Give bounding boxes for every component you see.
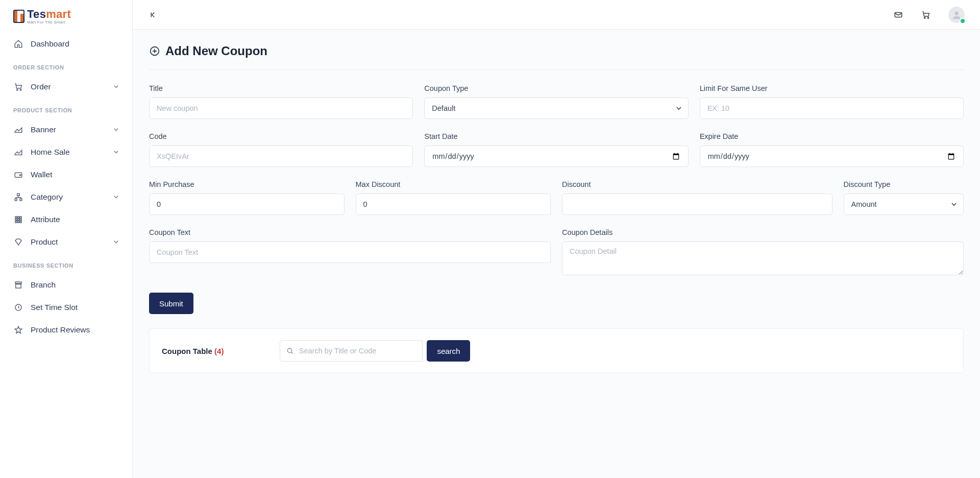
coupon-table-card: Coupon Table (4) search — [149, 328, 964, 373]
max-discount-label: Max Discount — [356, 180, 551, 188]
start-date-input[interactable] — [424, 146, 688, 167]
svg-rect-9 — [20, 217, 21, 218]
sidebar-item-product-reviews[interactable]: Product Reviews — [0, 319, 132, 341]
svg-rect-8 — [18, 217, 19, 218]
sidebar-item-order[interactable]: Order — [0, 76, 132, 98]
chevron-down-icon — [113, 82, 119, 91]
logo-icon — [13, 10, 24, 23]
svg-point-18 — [924, 17, 925, 18]
svg-rect-10 — [15, 219, 17, 220]
clock-icon — [13, 303, 23, 312]
discount-type-select[interactable]: Amount — [844, 194, 964, 215]
grid-icon — [13, 215, 23, 224]
chevron-down-icon — [113, 193, 119, 202]
sidebar-label: Dashboard — [31, 39, 69, 49]
store-icon — [13, 280, 23, 290]
collapse-sidebar-icon[interactable] — [148, 10, 158, 20]
sidebar-item-product[interactable]: Product — [0, 231, 132, 253]
brand-tagline: Mart For The Smart — [27, 20, 71, 25]
cart-icon[interactable] — [921, 10, 931, 20]
expire-date-label: Expire Date — [700, 132, 964, 140]
sidebar-item-category[interactable]: Category — [0, 186, 132, 208]
expire-date-input[interactable] — [700, 146, 964, 167]
chevron-down-icon — [113, 148, 119, 157]
sidebar-item-banner[interactable]: Banner — [0, 118, 132, 141]
sidebar-item-attribute[interactable]: Attribute — [0, 208, 132, 231]
search-box — [280, 340, 423, 362]
coupon-details-textarea[interactable] — [562, 242, 964, 275]
sidebar-label: Set Time Slot — [31, 303, 78, 312]
title-label: Title — [149, 84, 413, 92]
discount-type-label: Discount Type — [844, 180, 964, 188]
mail-icon[interactable] — [893, 10, 903, 20]
sidebar-item-wallet[interactable]: Wallet — [0, 163, 132, 186]
home-icon — [13, 39, 23, 49]
sidebar-label: Wallet — [31, 170, 53, 179]
sidebar-label: Attribute — [31, 215, 60, 224]
sidebar-label: Order — [31, 82, 51, 91]
coupon-text-input[interactable] — [149, 242, 551, 263]
brand-name-1: Tes — [27, 8, 46, 20]
sidebar-label: Branch — [31, 280, 56, 290]
limit-input[interactable] — [700, 98, 964, 119]
discount-label: Discount — [562, 180, 832, 188]
brand-name-2: mart — [46, 8, 71, 20]
title-input[interactable] — [149, 98, 413, 119]
limit-label: Limit For Same User — [700, 84, 964, 92]
avatar[interactable] — [948, 7, 965, 23]
svg-rect-14 — [18, 221, 19, 223]
chart-area-icon — [13, 148, 23, 157]
chevron-down-icon — [113, 237, 119, 247]
coupon-type-select[interactable]: Default — [424, 98, 688, 119]
sidebar-label: Banner — [31, 125, 56, 134]
sidebar-label: Product — [31, 237, 58, 247]
svg-rect-4 — [17, 194, 20, 196]
sidebar-label: Product Reviews — [31, 325, 90, 334]
svg-rect-11 — [18, 219, 19, 220]
logo[interactable]: Tesmart Mart For The Smart — [0, 0, 132, 33]
min-purchase-label: Min Purchase — [149, 180, 345, 188]
svg-point-1 — [20, 89, 21, 90]
search-input[interactable] — [299, 347, 416, 355]
cart-icon — [13, 82, 23, 91]
section-product-title: PRODUCT SECTION — [0, 98, 132, 118]
plus-circle-icon — [149, 45, 160, 57]
sidebar-label: Home Sale — [31, 148, 70, 157]
chevron-down-icon — [113, 125, 119, 134]
chart-area-icon — [13, 125, 23, 134]
sidebar: Tesmart Mart For The Smart Dashboard ORD… — [0, 0, 133, 478]
svg-rect-13 — [15, 221, 17, 223]
topbar — [133, 0, 980, 30]
search-icon — [286, 347, 293, 355]
svg-point-20 — [954, 11, 958, 15]
section-order-title: ORDER SECTION — [0, 55, 132, 76]
min-purchase-input[interactable] — [149, 194, 345, 215]
start-date-label: Start Date — [424, 132, 688, 140]
discount-input[interactable] — [562, 194, 832, 215]
svg-rect-15 — [20, 221, 21, 223]
sidebar-item-set-time-slot[interactable]: Set Time Slot — [0, 296, 132, 319]
coupon-table-title: Coupon Table (4) — [162, 347, 224, 355]
svg-point-3 — [20, 174, 21, 175]
code-label: Code — [149, 132, 413, 140]
sidebar-label: Category — [31, 193, 63, 202]
diamond-icon — [13, 237, 23, 247]
max-discount-input[interactable] — [356, 194, 551, 215]
coupon-type-label: Coupon Type — [424, 84, 688, 92]
search-button[interactable]: search — [427, 340, 470, 362]
svg-rect-12 — [20, 219, 21, 220]
sidebar-item-home-sale[interactable]: Home Sale — [0, 141, 132, 163]
section-business-title: BUSINESS SECTION — [0, 253, 132, 274]
coupon-details-label: Coupon Details — [562, 228, 964, 236]
page-title: Add New Coupon — [149, 44, 964, 70]
svg-rect-7 — [15, 217, 17, 218]
code-input[interactable] — [149, 146, 413, 167]
submit-button[interactable]: Submit — [149, 293, 193, 314]
sidebar-item-branch[interactable]: Branch — [0, 274, 132, 296]
svg-point-0 — [17, 89, 18, 90]
svg-rect-6 — [20, 199, 22, 201]
star-icon — [13, 325, 23, 334]
svg-rect-5 — [15, 199, 17, 201]
sitemap-icon — [13, 193, 23, 202]
sidebar-item-dashboard[interactable]: Dashboard — [0, 33, 132, 55]
